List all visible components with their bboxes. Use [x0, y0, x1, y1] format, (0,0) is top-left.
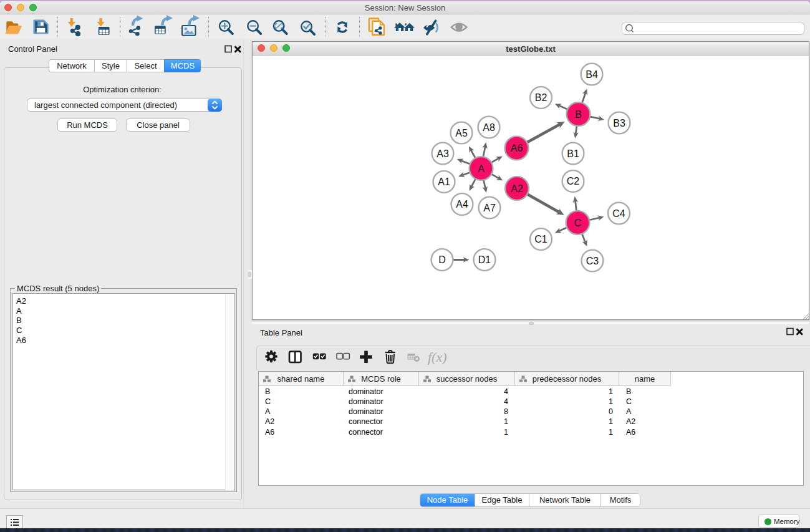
- svg-text:C1: C1: [534, 234, 547, 244]
- svg-text:A2: A2: [511, 183, 523, 194]
- svg-text:A5: A5: [455, 128, 468, 138]
- svg-text:A: A: [478, 163, 485, 174]
- svg-text:A1: A1: [438, 177, 450, 187]
- svg-text:A7: A7: [483, 203, 496, 213]
- svg-text:C4: C4: [612, 208, 625, 219]
- svg-text:B1: B1: [567, 148, 579, 159]
- svg-text:B: B: [575, 109, 582, 120]
- svg-text:C: C: [574, 218, 582, 228]
- svg-text:f(x): f(x): [428, 349, 447, 365]
- svg-text:B4: B4: [586, 69, 598, 80]
- svg-text:C3: C3: [586, 256, 599, 266]
- svg-text:A4: A4: [456, 199, 468, 210]
- svg-text:B3: B3: [613, 118, 625, 128]
- svg-text:A3: A3: [436, 148, 449, 159]
- svg-text:C2: C2: [567, 176, 580, 186]
- svg-text:B2: B2: [535, 92, 547, 103]
- svg-text:A6: A6: [511, 143, 523, 153]
- svg-text:A8: A8: [483, 122, 495, 133]
- svg-text:D1: D1: [478, 254, 491, 265]
- svg-text:D: D: [438, 254, 446, 265]
